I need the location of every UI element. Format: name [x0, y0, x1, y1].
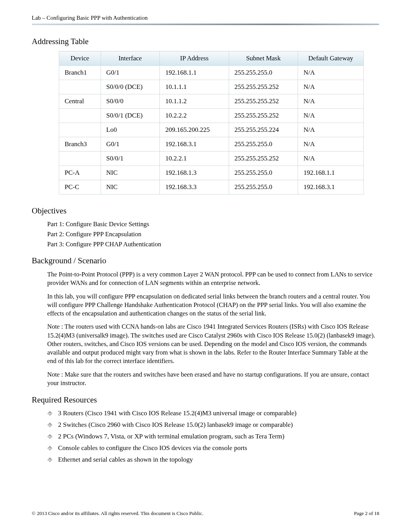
- table-cell: Lo0: [101, 123, 160, 137]
- bullet-icon: ⯑: [47, 422, 58, 428]
- table-cell: 192.168.3.1: [298, 180, 364, 194]
- background-paragraph: The Point-to-Point Protocol (PPP) is a v…: [47, 270, 376, 288]
- table-row: PC-CNIC192.168.3.3255.255.255.0192.168.3…: [59, 180, 364, 194]
- table-cell: 255.255.255.252: [229, 109, 298, 123]
- table-cell: [59, 109, 101, 123]
- table-row: Lo0209.165.200.225255.255.255.224N/A: [59, 123, 364, 137]
- table-cell: N/A: [298, 152, 364, 166]
- table-cell: N/A: [298, 109, 364, 123]
- background-paragraph: Note : The routers used with CCNA hands-…: [47, 322, 376, 365]
- table-cell: 209.165.200.225: [160, 123, 229, 137]
- resources-heading: Required Resources: [32, 395, 379, 405]
- table-cell: 10.2.2.2: [160, 109, 229, 123]
- table-cell: 192.168.3.1: [160, 137, 229, 152]
- page-footer: © 2013 Cisco and/or its affiliates. All …: [32, 510, 379, 517]
- table-row: S0/0/1 (DCE)10.2.2.2255.255.255.252N/A: [59, 109, 364, 123]
- addressing-table: Device Interface IP Address Subnet Mask …: [59, 51, 364, 194]
- table-cell: 255.255.255.0: [229, 180, 298, 194]
- lab-header-title: Lab – Configuring Basic PPP with Authent…: [32, 15, 379, 21]
- table-cell: 255.255.255.252: [229, 94, 298, 109]
- table-cell: N/A: [298, 66, 364, 80]
- table-cell: S0/0/0: [101, 94, 160, 109]
- col-ip: IP Address: [160, 51, 229, 66]
- table-cell: 10.1.1.2: [160, 94, 229, 109]
- table-cell: 192.168.1.1: [298, 166, 364, 180]
- bullet-icon: ⯑: [47, 445, 58, 451]
- table-row: CentralS0/0/010.1.1.2255.255.255.252N/A: [59, 94, 364, 109]
- table-cell: S0/0/0 (DCE): [101, 80, 160, 94]
- table-cell: NIC: [101, 180, 160, 194]
- col-mask: Subnet Mask: [229, 51, 298, 66]
- table-cell: Branch3: [59, 137, 101, 152]
- table-cell: 255.255.255.0: [229, 137, 298, 152]
- objectives-block: Part 1: Configure Basic Device Settings …: [47, 220, 376, 248]
- table-cell: N/A: [298, 123, 364, 137]
- objective-item: Part 1: Configure Basic Device Settings: [47, 220, 376, 228]
- objectives-heading: Objectives: [32, 206, 379, 216]
- table-row: S0/0/0 (DCE)10.1.1.1255.255.255.252N/A: [59, 80, 364, 94]
- table-cell: 255.255.255.252: [229, 152, 298, 166]
- table-cell: 10.2.2.1: [160, 152, 229, 166]
- page: Lab – Configuring Basic PPP with Authent…: [0, 0, 411, 532]
- list-item: ⯑Ethernet and serial cables as shown in …: [47, 456, 379, 464]
- header-divider: [32, 24, 379, 25]
- list-item-text: 2 Switches (Cisco 2960 with Cisco IOS Re…: [58, 421, 293, 429]
- table-cell: S0/0/1 (DCE): [101, 109, 160, 123]
- list-item: ⯑2 Switches (Cisco 2960 with Cisco IOS R…: [47, 421, 379, 429]
- table-cell: N/A: [298, 137, 364, 152]
- addressing-table-heading: Addressing Table: [32, 37, 379, 46]
- objective-item: Part 3: Configure PPP CHAP Authenticatio…: [47, 240, 376, 248]
- background-heading: Background / Scenario: [32, 256, 379, 266]
- bullet-icon: ⯑: [47, 457, 58, 463]
- table-row: Branch3G0/1192.168.3.1255.255.255.0N/A: [59, 137, 364, 152]
- table-cell: 192.168.1.3: [160, 166, 229, 180]
- bullet-icon: ⯑: [47, 410, 58, 416]
- table-cell: Central: [59, 94, 101, 109]
- addressing-table-wrap: Device Interface IP Address Subnet Mask …: [59, 51, 364, 194]
- background-paragraph: In this lab, you will configure PPP enca…: [47, 292, 376, 318]
- table-cell: PC-A: [59, 166, 101, 180]
- table-row: PC-ANIC192.168.1.3255.255.255.0192.168.1…: [59, 166, 364, 180]
- table-cell: 192.168.1.1: [160, 66, 229, 80]
- table-cell: S0/0/1: [101, 152, 160, 166]
- table-cell: PC-C: [59, 180, 101, 194]
- list-item: ⯑Console cables to configure the Cisco I…: [47, 444, 379, 452]
- objective-item: Part 2: Configure PPP Encapsulation: [47, 230, 376, 238]
- list-item: ⯑2 PCs (Windows 7, Vista, or XP with ter…: [47, 433, 379, 440]
- list-item-text: Console cables to configure the Cisco IO…: [58, 444, 247, 452]
- table-cell: NIC: [101, 166, 160, 180]
- list-item: ⯑3 Routers (Cisco 1941 with Cisco IOS Re…: [47, 409, 379, 417]
- col-device: Device: [59, 51, 101, 66]
- table-cell: [59, 152, 101, 166]
- footer-page: Page 2 of 18: [354, 510, 379, 517]
- table-cell: [59, 80, 101, 94]
- col-interface: Interface: [101, 51, 160, 66]
- table-cell: 255.255.255.0: [229, 66, 298, 80]
- table-cell: 255.255.255.0: [229, 166, 298, 180]
- table-cell: G0/1: [101, 66, 160, 80]
- table-cell: N/A: [298, 80, 364, 94]
- footer-copyright: © 2013 Cisco and/or its affiliates. All …: [32, 510, 203, 517]
- table-row: S0/0/110.2.2.1255.255.255.252N/A: [59, 152, 364, 166]
- col-gateway: Default Gateway: [298, 51, 364, 66]
- table-cell: [59, 123, 101, 137]
- table-cell: N/A: [298, 94, 364, 109]
- table-cell: 192.168.3.3: [160, 180, 229, 194]
- table-cell: Branch1: [59, 66, 101, 80]
- table-header-row: Device Interface IP Address Subnet Mask …: [59, 51, 364, 66]
- table-cell: 255.255.255.252: [229, 80, 298, 94]
- table-cell: 10.1.1.1: [160, 80, 229, 94]
- background-block: The Point-to-Point Protocol (PPP) is a v…: [47, 270, 376, 387]
- resources-list: ⯑3 Routers (Cisco 1941 with Cisco IOS Re…: [47, 409, 379, 464]
- table-cell: 255.255.255.224: [229, 123, 298, 137]
- list-item-text: 2 PCs (Windows 7, Vista, or XP with term…: [58, 433, 284, 440]
- bullet-icon: ⯑: [47, 433, 58, 440]
- background-paragraph: Note : Make sure that the routers and sw…: [47, 370, 376, 388]
- table-row: Branch1G0/1192.168.1.1255.255.255.0N/A: [59, 66, 364, 80]
- list-item-text: 3 Routers (Cisco 1941 with Cisco IOS Rel…: [58, 409, 296, 417]
- list-item-text: Ethernet and serial cables as shown in t…: [58, 456, 193, 464]
- table-cell: G0/1: [101, 137, 160, 152]
